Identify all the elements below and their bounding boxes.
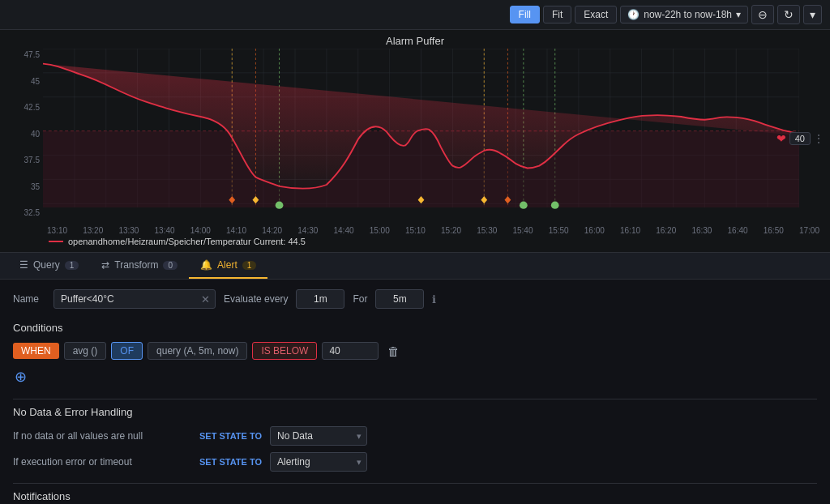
- evaluate-every-label: Evaluate every: [224, 293, 288, 305]
- set-state-button-2[interactable]: SET STATE TO: [199, 457, 262, 467]
- legend-line: [49, 241, 63, 242]
- notifications-section: Notifications Send to ✉ .one ✕ + Message…: [13, 483, 817, 504]
- tab-query-badge: 1: [65, 261, 79, 270]
- query-icon: ☰: [19, 259, 28, 271]
- is-below-pill[interactable]: IS BELOW: [252, 342, 317, 360]
- no-data-select-wrap-1: No Data Alerting Keep State OK: [270, 426, 367, 446]
- no-data-select-wrap-2: Alerting Keep State OK No Data: [270, 452, 367, 472]
- query-pill[interactable]: query (A, 5m, now): [148, 342, 247, 360]
- chart-legend: openandhome/Heizraum/Speicher/Temperatur…: [0, 235, 830, 248]
- clear-icon: ✕: [201, 293, 210, 305]
- chevron-down-icon: ▾: [810, 8, 815, 21]
- x-axis: 13:10 13:20 13:30 13:40 14:00 14:10 14:2…: [43, 226, 824, 235]
- no-data-label-1: If no data or all values are null: [13, 430, 191, 442]
- name-label: Name: [13, 293, 45, 305]
- when-pill[interactable]: WHEN: [13, 343, 59, 359]
- chart-svg: [43, 49, 799, 219]
- toolbar: Fill Fit Exact 🕐 now-22h to now-18h ▾ ⊖ …: [0, 0, 830, 30]
- clock-icon: 🕐: [627, 9, 640, 20]
- no-data-section: No Data & Error Handling If no data or a…: [13, 399, 817, 472]
- exact-button[interactable]: Exact: [575, 6, 617, 23]
- refresh-button[interactable]: ↻: [777, 5, 800, 24]
- set-state-button-1[interactable]: SET STATE TO: [199, 431, 262, 441]
- y-label: 42.5: [6, 103, 43, 112]
- tab-bar: ☰ Query 1 ⇄ Transform 0 🔔 Alert 1: [0, 253, 830, 280]
- func-pill[interactable]: avg (): [64, 342, 107, 360]
- time-range-value: now-22h to now-18h: [644, 9, 732, 20]
- chart-container: Alarm Puffer 47.5 45 42.5 40 37.5 35 32.…: [0, 30, 830, 253]
- no-data-select-1[interactable]: No Data Alerting Keep State OK: [270, 426, 367, 446]
- tab-alert-label: Alert: [217, 259, 237, 271]
- y-label: 40: [6, 130, 43, 139]
- time-range-picker[interactable]: 🕐 now-22h to now-18h ▾: [620, 6, 748, 23]
- tab-query[interactable]: ☰ Query 1: [8, 253, 90, 279]
- zoom-out-icon: ⊖: [758, 8, 768, 21]
- alert-config: Name ✕ Evaluate every For ℹ Conditions W…: [0, 280, 830, 504]
- transform-icon: ⇄: [101, 259, 109, 271]
- tab-transform[interactable]: ⇄ Transform 0: [90, 253, 189, 279]
- y-label: 45: [6, 77, 43, 86]
- threshold-input[interactable]: [322, 342, 379, 360]
- delete-condition-button[interactable]: 🗑: [383, 343, 404, 360]
- y-label: 47.5: [6, 50, 43, 59]
- fit-button[interactable]: Fit: [543, 6, 571, 23]
- add-condition-row: ⊕: [13, 366, 817, 387]
- no-data-label-2: If execution error or timeout: [13, 456, 191, 468]
- threshold-indicator: ❤ 40 ⋮: [777, 132, 824, 145]
- refresh-icon: ↻: [784, 8, 794, 21]
- conditions-title: Conditions: [13, 322, 817, 334]
- svg-point-47: [551, 202, 559, 209]
- chart-title: Alarm Puffer: [0, 30, 830, 49]
- of-pill: OF: [111, 342, 143, 360]
- tab-query-label: Query: [33, 259, 60, 271]
- y-label: 35: [6, 182, 43, 191]
- tab-alert-badge: 1: [242, 261, 257, 270]
- for-input[interactable]: [375, 289, 424, 309]
- condition-row: WHEN avg () OF query (A, 5m, now) IS BEL…: [13, 342, 817, 360]
- name-input-wrap: ✕: [53, 289, 216, 309]
- conditions-section: Conditions WHEN avg () OF query (A, 5m, …: [13, 322, 817, 387]
- more-options-button[interactable]: ▾: [803, 5, 822, 24]
- no-data-row-1: If no data or all values are null SET ST…: [13, 426, 817, 446]
- zoom-out-button[interactable]: ⊖: [751, 5, 774, 24]
- tab-transform-label: Transform: [114, 259, 158, 271]
- alert-name-row: Name ✕ Evaluate every For ℹ: [13, 289, 817, 309]
- name-input[interactable]: [53, 289, 216, 309]
- no-data-title: No Data & Error Handling: [13, 406, 817, 418]
- tab-transform-badge: 0: [163, 261, 178, 270]
- threshold-value: 40: [789, 132, 811, 145]
- y-label: 37.5: [6, 156, 43, 164]
- for-info-icon: ℹ: [432, 293, 436, 305]
- tab-alert[interactable]: 🔔 Alert 1: [189, 253, 267, 279]
- legend-text: openandhome/Heizraum/Speicher/Temperatur…: [68, 237, 306, 246]
- evaluate-every-input[interactable]: [296, 289, 344, 309]
- no-data-select-2[interactable]: Alerting Keep State OK No Data: [270, 452, 367, 472]
- notifications-title: Notifications: [13, 490, 817, 502]
- no-data-row-2: If execution error or timeout SET STATE …: [13, 452, 817, 472]
- threshold-menu-icon[interactable]: ⋮: [814, 133, 824, 144]
- y-axis: 47.5 45 42.5 40 37.5 35 32.5: [6, 49, 43, 219]
- time-range-dropdown-icon: ▾: [736, 9, 741, 20]
- add-condition-button[interactable]: ⊕: [13, 366, 28, 387]
- for-label: For: [353, 293, 367, 305]
- svg-point-45: [276, 202, 284, 209]
- y-label: 32.5: [6, 208, 43, 217]
- svg-point-46: [520, 202, 528, 209]
- alert-icon: 🔔: [200, 259, 212, 271]
- fill-button[interactable]: Fill: [510, 6, 540, 23]
